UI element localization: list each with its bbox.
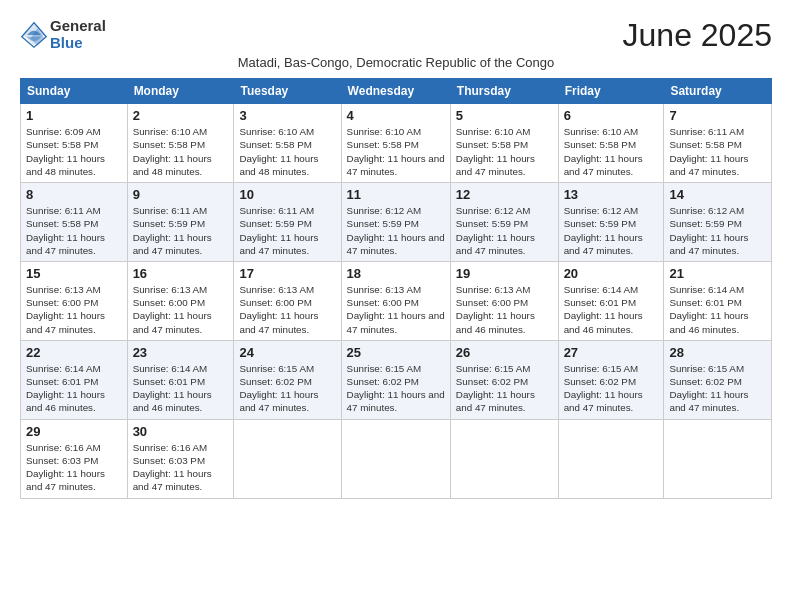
calendar-row: 1Sunrise: 6:09 AMSunset: 5:58 PMDaylight…: [21, 104, 772, 183]
header-tuesday: Tuesday: [234, 79, 341, 104]
calendar-cell: 24Sunrise: 6:15 AMSunset: 6:02 PMDayligh…: [234, 340, 341, 419]
day-info: Sunrise: 6:10 AMSunset: 5:58 PMDaylight:…: [239, 125, 335, 178]
day-number: 20: [564, 266, 659, 281]
day-info: Sunrise: 6:10 AMSunset: 5:58 PMDaylight:…: [564, 125, 659, 178]
day-info: Sunrise: 6:13 AMSunset: 6:00 PMDaylight:…: [26, 283, 122, 336]
day-number: 7: [669, 108, 766, 123]
day-number: 21: [669, 266, 766, 281]
header-wednesday: Wednesday: [341, 79, 450, 104]
calendar-cell: 16Sunrise: 6:13 AMSunset: 6:00 PMDayligh…: [127, 261, 234, 340]
day-number: 16: [133, 266, 229, 281]
calendar-cell: [450, 419, 558, 498]
calendar-cell: 20Sunrise: 6:14 AMSunset: 6:01 PMDayligh…: [558, 261, 664, 340]
calendar-cell: 4Sunrise: 6:10 AMSunset: 5:58 PMDaylight…: [341, 104, 450, 183]
day-number: 3: [239, 108, 335, 123]
subtitle: Matadi, Bas-Congo, Democratic Republic o…: [20, 55, 772, 70]
day-info: Sunrise: 6:12 AMSunset: 5:59 PMDaylight:…: [669, 204, 766, 257]
main-title: June 2025: [623, 18, 772, 53]
day-number: 24: [239, 345, 335, 360]
day-info: Sunrise: 6:15 AMSunset: 6:02 PMDaylight:…: [669, 362, 766, 415]
title-section: June 2025: [623, 18, 772, 53]
calendar-cell: 7Sunrise: 6:11 AMSunset: 5:58 PMDaylight…: [664, 104, 772, 183]
day-info: Sunrise: 6:11 AMSunset: 5:58 PMDaylight:…: [26, 204, 122, 257]
day-info: Sunrise: 6:14 AMSunset: 6:01 PMDaylight:…: [133, 362, 229, 415]
calendar-table: Sunday Monday Tuesday Wednesday Thursday…: [20, 78, 772, 498]
calendar-cell: 17Sunrise: 6:13 AMSunset: 6:00 PMDayligh…: [234, 261, 341, 340]
day-info: Sunrise: 6:11 AMSunset: 5:58 PMDaylight:…: [669, 125, 766, 178]
day-number: 1: [26, 108, 122, 123]
calendar-cell: 8Sunrise: 6:11 AMSunset: 5:58 PMDaylight…: [21, 183, 128, 262]
logo: General Blue: [20, 18, 106, 51]
day-info: Sunrise: 6:13 AMSunset: 6:00 PMDaylight:…: [456, 283, 553, 336]
header-thursday: Thursday: [450, 79, 558, 104]
calendar-cell: 25Sunrise: 6:15 AMSunset: 6:02 PMDayligh…: [341, 340, 450, 419]
day-number: 15: [26, 266, 122, 281]
day-info: Sunrise: 6:11 AMSunset: 5:59 PMDaylight:…: [133, 204, 229, 257]
day-number: 13: [564, 187, 659, 202]
day-info: Sunrise: 6:15 AMSunset: 6:02 PMDaylight:…: [239, 362, 335, 415]
calendar-row: 29Sunrise: 6:16 AMSunset: 6:03 PMDayligh…: [21, 419, 772, 498]
day-info: Sunrise: 6:13 AMSunset: 6:00 PMDaylight:…: [133, 283, 229, 336]
calendar-cell: [341, 419, 450, 498]
day-info: Sunrise: 6:09 AMSunset: 5:58 PMDaylight:…: [26, 125, 122, 178]
day-number: 9: [133, 187, 229, 202]
calendar-row: 22Sunrise: 6:14 AMSunset: 6:01 PMDayligh…: [21, 340, 772, 419]
calendar-cell: 18Sunrise: 6:13 AMSunset: 6:00 PMDayligh…: [341, 261, 450, 340]
day-number: 28: [669, 345, 766, 360]
calendar-cell: 28Sunrise: 6:15 AMSunset: 6:02 PMDayligh…: [664, 340, 772, 419]
calendar-cell: 10Sunrise: 6:11 AMSunset: 5:59 PMDayligh…: [234, 183, 341, 262]
header-sunday: Sunday: [21, 79, 128, 104]
day-number: 27: [564, 345, 659, 360]
day-info: Sunrise: 6:14 AMSunset: 6:01 PMDaylight:…: [669, 283, 766, 336]
header: General Blue June 2025: [20, 18, 772, 53]
day-info: Sunrise: 6:13 AMSunset: 6:00 PMDaylight:…: [239, 283, 335, 336]
day-number: 29: [26, 424, 122, 439]
day-info: Sunrise: 6:14 AMSunset: 6:01 PMDaylight:…: [564, 283, 659, 336]
day-info: Sunrise: 6:15 AMSunset: 6:02 PMDaylight:…: [347, 362, 445, 415]
calendar-cell: 3Sunrise: 6:10 AMSunset: 5:58 PMDaylight…: [234, 104, 341, 183]
calendar-cell: 19Sunrise: 6:13 AMSunset: 6:00 PMDayligh…: [450, 261, 558, 340]
day-number: 25: [347, 345, 445, 360]
day-info: Sunrise: 6:12 AMSunset: 5:59 PMDaylight:…: [564, 204, 659, 257]
calendar-cell: 27Sunrise: 6:15 AMSunset: 6:02 PMDayligh…: [558, 340, 664, 419]
day-number: 30: [133, 424, 229, 439]
calendar-cell: 11Sunrise: 6:12 AMSunset: 5:59 PMDayligh…: [341, 183, 450, 262]
calendar-cell: [234, 419, 341, 498]
header-monday: Monday: [127, 79, 234, 104]
day-number: 19: [456, 266, 553, 281]
logo-blue-text: Blue: [50, 35, 106, 52]
day-number: 14: [669, 187, 766, 202]
day-number: 22: [26, 345, 122, 360]
day-number: 26: [456, 345, 553, 360]
calendar-cell: 9Sunrise: 6:11 AMSunset: 5:59 PMDaylight…: [127, 183, 234, 262]
calendar-cell: 26Sunrise: 6:15 AMSunset: 6:02 PMDayligh…: [450, 340, 558, 419]
day-info: Sunrise: 6:15 AMSunset: 6:02 PMDaylight:…: [456, 362, 553, 415]
day-number: 4: [347, 108, 445, 123]
calendar-cell: 30Sunrise: 6:16 AMSunset: 6:03 PMDayligh…: [127, 419, 234, 498]
calendar-cell: 13Sunrise: 6:12 AMSunset: 5:59 PMDayligh…: [558, 183, 664, 262]
day-number: 23: [133, 345, 229, 360]
calendar-row: 15Sunrise: 6:13 AMSunset: 6:00 PMDayligh…: [21, 261, 772, 340]
day-info: Sunrise: 6:10 AMSunset: 5:58 PMDaylight:…: [456, 125, 553, 178]
calendar-cell: 6Sunrise: 6:10 AMSunset: 5:58 PMDaylight…: [558, 104, 664, 183]
day-info: Sunrise: 6:14 AMSunset: 6:01 PMDaylight:…: [26, 362, 122, 415]
day-number: 17: [239, 266, 335, 281]
day-number: 12: [456, 187, 553, 202]
logo-text: General Blue: [50, 18, 106, 51]
calendar-cell: 14Sunrise: 6:12 AMSunset: 5:59 PMDayligh…: [664, 183, 772, 262]
header-saturday: Saturday: [664, 79, 772, 104]
calendar-cell: 29Sunrise: 6:16 AMSunset: 6:03 PMDayligh…: [21, 419, 128, 498]
calendar-cell: 21Sunrise: 6:14 AMSunset: 6:01 PMDayligh…: [664, 261, 772, 340]
day-info: Sunrise: 6:12 AMSunset: 5:59 PMDaylight:…: [456, 204, 553, 257]
day-info: Sunrise: 6:16 AMSunset: 6:03 PMDaylight:…: [133, 441, 229, 494]
calendar-cell: 23Sunrise: 6:14 AMSunset: 6:01 PMDayligh…: [127, 340, 234, 419]
calendar-cell: 15Sunrise: 6:13 AMSunset: 6:00 PMDayligh…: [21, 261, 128, 340]
day-info: Sunrise: 6:15 AMSunset: 6:02 PMDaylight:…: [564, 362, 659, 415]
logo-general-text: General: [50, 18, 106, 35]
day-info: Sunrise: 6:10 AMSunset: 5:58 PMDaylight:…: [133, 125, 229, 178]
day-number: 8: [26, 187, 122, 202]
calendar-header-row: Sunday Monday Tuesday Wednesday Thursday…: [21, 79, 772, 104]
day-number: 5: [456, 108, 553, 123]
day-number: 10: [239, 187, 335, 202]
day-info: Sunrise: 6:13 AMSunset: 6:00 PMDaylight:…: [347, 283, 445, 336]
